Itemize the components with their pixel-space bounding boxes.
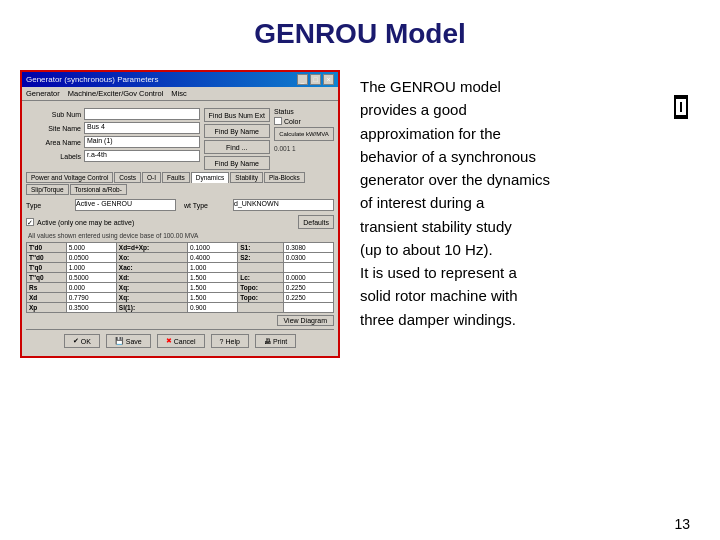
find-by-name2-button[interactable]: Find By Name <box>204 156 270 170</box>
label-td0: T'd0 <box>27 243 67 253</box>
val-topo2[interactable]: 0.2250 <box>283 293 333 303</box>
val-sl1[interactable]: 0.900 <box>188 303 238 313</box>
label-tq0: T'q0 <box>27 263 67 273</box>
tab-pla-blocks[interactable]: Pla-Blocks <box>264 172 305 183</box>
labels-row: Labels r.a-4th <box>26 150 200 162</box>
val-rs[interactable]: 0.000 <box>66 283 116 293</box>
label-empty2 <box>238 303 284 313</box>
print-label: Print <box>273 338 287 345</box>
val-empty2 <box>283 303 333 313</box>
maximize-button[interactable]: □ <box>310 74 321 85</box>
tab-power-voltage[interactable]: Power and Voltage Control <box>26 172 113 183</box>
area-name-input[interactable]: Main (1) <box>84 136 200 148</box>
calculate-button[interactable]: Calculate kW/MVA <box>274 127 334 141</box>
cancel-label: Cancel <box>174 338 196 345</box>
cancel-icon: ✖ <box>166 337 172 345</box>
val-s1[interactable]: 0.3080 <box>283 243 333 253</box>
table-row: T''d0 0.0500 Xo: 0.4000 S2: 0.0300 <box>27 253 334 263</box>
tab-stability[interactable]: Stability <box>230 172 263 183</box>
type-dropdown[interactable]: Active - GENROU <box>75 199 176 211</box>
val-xd2[interactable]: 1.500 <box>188 273 238 283</box>
find-bus-num-button[interactable]: Find Bus Num Ext <box>204 108 270 122</box>
tab-costs[interactable]: Costs <box>114 172 141 183</box>
table-row: Xp 0.3500 Sl(1): 0.900 <box>27 303 334 313</box>
ok-icon: ✔ <box>73 337 79 345</box>
tab-o-i[interactable]: O-I <box>142 172 161 183</box>
kw-mva-value: 0.001 1 <box>274 145 334 152</box>
page-container: GENROU Model Generator (synchronous) Par… <box>0 0 720 540</box>
active-label: Active (only one may be active) <box>37 219 134 226</box>
val-xp[interactable]: 0.3500 <box>66 303 116 313</box>
ok-button[interactable]: ✔ OK <box>64 334 100 348</box>
table-row: Xd 0.7790 Xq: 1.500 Topo: 0.2250 <box>27 293 334 303</box>
label-xd3: Xd <box>27 293 67 303</box>
label-topo2: Topo: <box>238 293 284 303</box>
val-xq2[interactable]: 1.500 <box>188 293 238 303</box>
left-form: Sub Num Site Name Bus 4 Area Name Main (… <box>26 108 200 170</box>
top-form: Sub Num Site Name Bus 4 Area Name Main (… <box>26 108 334 170</box>
menu-item-generator[interactable]: Generator <box>26 89 60 98</box>
val-xd-xp[interactable]: 0.1000 <box>188 243 238 253</box>
labels-label: Labels <box>26 153 81 160</box>
label-empty1 <box>238 263 284 273</box>
print-icon: 🖶 <box>264 338 271 345</box>
val-xo[interactable]: 0.4000 <box>188 253 238 263</box>
find-button[interactable]: Find ... <box>204 140 270 154</box>
find-by-name-button[interactable]: Find By Name <box>204 124 270 138</box>
tab-dynamics[interactable]: Dynamics <box>191 172 230 183</box>
view-diagram-button[interactable]: View Diagram <box>277 315 334 326</box>
tab-slip-torque[interactable]: Slip/Torque <box>26 184 69 195</box>
sub-num-input[interactable] <box>84 108 200 120</box>
defaults-button[interactable]: Defaults <box>298 215 334 229</box>
minimize-button[interactable]: _ <box>297 74 308 85</box>
active-checkbox[interactable]: ✓ <box>26 218 34 226</box>
tab-torsional[interactable]: Torsional a/Rob- <box>70 184 127 195</box>
label-s1: S1: <box>238 243 284 253</box>
cursor-top <box>674 97 688 99</box>
val-topo[interactable]: 0.2250 <box>283 283 333 293</box>
view-diagram-area: View Diagram <box>26 315 334 326</box>
val-xac[interactable]: 1.000 <box>188 263 238 273</box>
close-button[interactable]: × <box>323 74 334 85</box>
site-name-row: Site Name Bus 4 <box>26 122 200 134</box>
machine-type-area: Type Active - GENROU wt Type d_UNKNOWN <box>26 197 334 213</box>
color-checkbox[interactable] <box>274 117 282 125</box>
val-xd3[interactable]: 0.7790 <box>66 293 116 303</box>
val-s2[interactable]: 0.0300 <box>283 253 333 263</box>
print-button[interactable]: 🖶 Print <box>255 334 296 348</box>
site-name-input[interactable]: Bus 4 <box>84 122 200 134</box>
ok-label: OK <box>81 338 91 345</box>
color-label: Color <box>284 118 301 125</box>
tabs-row: Power and Voltage Control Costs O-I Faul… <box>26 172 334 195</box>
save-button[interactable]: 💾 Save <box>106 334 151 348</box>
cursor-middle <box>680 102 682 112</box>
active-checkbox-row: ✓ Active (only one may be active) <box>26 218 134 226</box>
val-td0[interactable]: 5.000 <box>66 243 116 253</box>
main-content: Generator (synchronous) Parameters _ □ ×… <box>0 60 720 368</box>
menu-item-machine[interactable]: Machine/Exciter/Gov Control <box>68 89 163 98</box>
cancel-button[interactable]: ✖ Cancel <box>157 334 205 348</box>
labels-input[interactable]: r.a-4th <box>84 150 200 162</box>
i-beam-cursor <box>674 95 688 119</box>
menu-item-misc[interactable]: Misc <box>171 89 186 98</box>
label-xac: Xac: <box>116 263 187 273</box>
help-icon: ? <box>220 338 224 345</box>
wt-type-label: wt Type <box>184 202 229 209</box>
val-lc[interactable]: 0.0000 <box>283 273 333 283</box>
val-tq0[interactable]: 1.000 <box>66 263 116 273</box>
sub-num-row: Sub Num <box>26 108 200 120</box>
description-text: The GENROU model provides a good approxi… <box>360 75 690 331</box>
sub-num-label: Sub Num <box>26 111 81 118</box>
tab-faults[interactable]: Faults <box>162 172 190 183</box>
wt-type-dropdown[interactable]: d_UNKNOWN <box>233 199 334 211</box>
val-xq[interactable]: 1.500 <box>188 283 238 293</box>
dialog-window: Generator (synchronous) Parameters _ □ ×… <box>20 70 340 358</box>
label-lc: Lc: <box>238 273 284 283</box>
val-tqq0[interactable]: 0.5000 <box>66 273 116 283</box>
val-empty1 <box>283 263 333 273</box>
save-label: Save <box>126 338 142 345</box>
checkbox-defaults-row: ✓ Active (only one may be active) Defaul… <box>26 215 334 229</box>
dialog-titlebar: Generator (synchronous) Parameters _ □ × <box>22 72 338 87</box>
val-tdd0[interactable]: 0.0500 <box>66 253 116 263</box>
help-button[interactable]: ? Help <box>211 334 249 348</box>
